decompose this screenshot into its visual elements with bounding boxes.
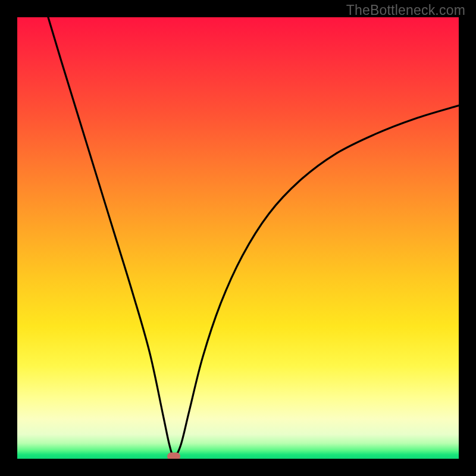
optimum-marker xyxy=(167,452,180,459)
plot-area xyxy=(17,17,459,459)
bottleneck-curve xyxy=(48,17,459,456)
chart-frame xyxy=(0,0,476,476)
watermark-text: TheBottleneck.com xyxy=(346,2,465,18)
curve-layer xyxy=(17,17,459,459)
